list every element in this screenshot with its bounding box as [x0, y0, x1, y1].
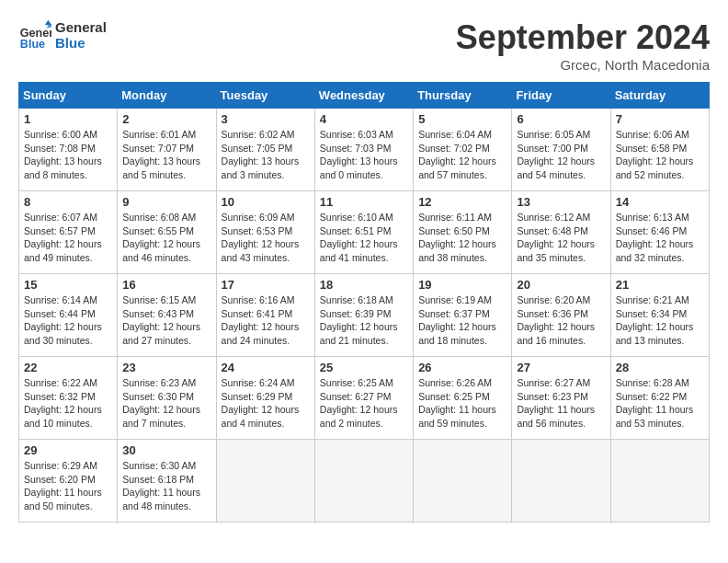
day-info: Sunrise: 6:08 AM Sunset: 6:55 PM Dayligh…: [122, 211, 210, 265]
day-number: 1: [24, 112, 112, 126]
sunrise-label: Sunrise: 6:09 AM: [222, 212, 295, 223]
col-header-monday: Monday: [118, 83, 216, 109]
daylight-label: Daylight: 12 hours and 57 minutes.: [418, 155, 496, 180]
calendar-cell: [216, 440, 314, 523]
sunrise-label: Sunrise: 6:23 AM: [122, 377, 196, 388]
logo-icon: General Blue: [18, 18, 51, 52]
day-info: Sunrise: 6:20 AM Sunset: 6:36 PM Dayligh…: [517, 293, 605, 348]
day-info: Sunrise: 6:05 AM Sunset: 7:00 PM Dayligh…: [517, 128, 605, 182]
daylight-label: Daylight: 12 hours and 27 minutes.: [122, 321, 200, 346]
calendar-cell: 6 Sunrise: 6:05 AM Sunset: 7:00 PM Dayli…: [512, 109, 610, 191]
sunset-label: Sunset: 6:20 PM: [24, 474, 96, 485]
day-info: Sunrise: 6:30 AM Sunset: 6:18 PM Dayligh…: [122, 459, 210, 513]
daylight-label: Daylight: 12 hours and 13 minutes.: [616, 321, 694, 346]
day-number: 17: [222, 278, 310, 292]
daylight-label: Daylight: 12 hours and 7 minutes.: [122, 404, 200, 429]
sunset-label: Sunset: 7:02 PM: [418, 143, 490, 154]
daylight-label: Daylight: 11 hours and 50 minutes.: [24, 487, 102, 511]
sunset-label: Sunset: 6:46 PM: [616, 225, 688, 236]
sunset-label: Sunset: 6:27 PM: [320, 391, 392, 402]
week-row-4: 22 Sunrise: 6:22 AM Sunset: 6:32 PM Dayl…: [19, 357, 710, 440]
sunrise-label: Sunrise: 6:26 AM: [418, 377, 492, 388]
day-info: Sunrise: 6:04 AM Sunset: 7:02 PM Dayligh…: [418, 128, 506, 182]
day-info: Sunrise: 6:25 AM Sunset: 6:27 PM Dayligh…: [320, 376, 408, 431]
daylight-label: Daylight: 12 hours and 46 minutes.: [122, 238, 200, 263]
day-number: 21: [616, 278, 704, 292]
sunset-label: Sunset: 6:48 PM: [517, 225, 588, 236]
sunset-label: Sunset: 6:55 PM: [122, 225, 194, 236]
daylight-label: Daylight: 12 hours and 24 minutes.: [222, 321, 300, 346]
day-number: 18: [320, 278, 408, 292]
sunrise-label: Sunrise: 6:24 AM: [222, 377, 295, 388]
calendar-cell: 10 Sunrise: 6:09 AM Sunset: 6:53 PM Dayl…: [216, 191, 314, 274]
day-number: 10: [222, 195, 310, 209]
week-row-5: 29 Sunrise: 6:29 AM Sunset: 6:20 PM Dayl…: [19, 440, 710, 523]
day-info: Sunrise: 6:00 AM Sunset: 7:08 PM Dayligh…: [24, 128, 112, 182]
col-header-sunday: Sunday: [19, 83, 118, 109]
calendar-cell: 8 Sunrise: 6:07 AM Sunset: 6:57 PM Dayli…: [19, 191, 118, 274]
calendar-cell: 7 Sunrise: 6:06 AM Sunset: 6:58 PM Dayli…: [610, 109, 709, 191]
day-number: 11: [320, 195, 408, 209]
sunset-label: Sunset: 6:25 PM: [418, 391, 490, 402]
calendar-cell: 1 Sunrise: 6:00 AM Sunset: 7:08 PM Dayli…: [19, 109, 118, 191]
calendar-cell: 5 Sunrise: 6:04 AM Sunset: 7:02 PM Dayli…: [414, 109, 512, 191]
sunrise-label: Sunrise: 6:11 AM: [418, 212, 492, 223]
daylight-label: Daylight: 12 hours and 4 minutes.: [222, 404, 300, 429]
logo-blue: Blue: [55, 35, 107, 51]
daylight-label: Daylight: 11 hours and 48 minutes.: [122, 487, 200, 511]
day-number: 7: [616, 112, 704, 126]
daylight-label: Daylight: 12 hours and 49 minutes.: [24, 238, 102, 263]
sunset-label: Sunset: 6:29 PM: [222, 391, 293, 402]
sunrise-label: Sunrise: 6:29 AM: [24, 460, 97, 471]
month-title: September 2024: [456, 18, 710, 57]
day-number: 8: [24, 195, 112, 209]
day-number: 26: [418, 361, 506, 374]
day-info: Sunrise: 6:10 AM Sunset: 6:51 PM Dayligh…: [320, 211, 408, 265]
calendar-cell: 15 Sunrise: 6:14 AM Sunset: 6:44 PM Dayl…: [19, 274, 118, 357]
daylight-label: Daylight: 13 hours and 3 minutes.: [222, 155, 300, 180]
calendar-cell: [314, 440, 413, 523]
calendar-header-row: SundayMondayTuesdayWednesdayThursdayFrid…: [19, 83, 710, 109]
day-info: Sunrise: 6:07 AM Sunset: 6:57 PM Dayligh…: [24, 211, 112, 265]
calendar-cell: 24 Sunrise: 6:24 AM Sunset: 6:29 PM Dayl…: [216, 357, 314, 440]
sunset-label: Sunset: 7:03 PM: [320, 143, 392, 154]
col-header-thursday: Thursday: [414, 83, 512, 109]
calendar-cell: 19 Sunrise: 6:19 AM Sunset: 6:37 PM Dayl…: [414, 274, 512, 357]
day-number: 24: [222, 361, 310, 374]
daylight-label: Daylight: 12 hours and 2 minutes.: [320, 404, 398, 429]
col-header-tuesday: Tuesday: [216, 83, 314, 109]
sunrise-label: Sunrise: 6:22 AM: [24, 377, 97, 388]
day-info: Sunrise: 6:03 AM Sunset: 7:03 PM Dayligh…: [320, 128, 408, 182]
daylight-label: Daylight: 12 hours and 18 minutes.: [418, 321, 496, 346]
daylight-label: Daylight: 12 hours and 10 minutes.: [24, 404, 102, 429]
sunset-label: Sunset: 6:36 PM: [517, 308, 588, 319]
daylight-label: Daylight: 12 hours and 41 minutes.: [320, 238, 398, 263]
calendar-cell: 21 Sunrise: 6:21 AM Sunset: 6:34 PM Dayl…: [610, 274, 709, 357]
day-number: 15: [24, 278, 112, 292]
col-header-wednesday: Wednesday: [314, 83, 413, 109]
calendar-cell: 23 Sunrise: 6:23 AM Sunset: 6:30 PM Dayl…: [118, 357, 216, 440]
sunset-label: Sunset: 6:34 PM: [616, 308, 688, 319]
calendar-cell: 20 Sunrise: 6:20 AM Sunset: 6:36 PM Dayl…: [512, 274, 610, 357]
day-info: Sunrise: 6:13 AM Sunset: 6:46 PM Dayligh…: [616, 211, 704, 265]
sunrise-label: Sunrise: 6:30 AM: [122, 460, 196, 471]
day-info: Sunrise: 6:28 AM Sunset: 6:22 PM Dayligh…: [616, 376, 704, 431]
title-block: September 2024 Grcec, North Macedonia: [456, 18, 710, 73]
day-info: Sunrise: 6:16 AM Sunset: 6:41 PM Dayligh…: [222, 293, 310, 348]
page-header: General Blue General Blue September 2024…: [18, 18, 710, 73]
calendar-cell: 27 Sunrise: 6:27 AM Sunset: 6:23 PM Dayl…: [512, 357, 610, 440]
daylight-label: Daylight: 13 hours and 8 minutes.: [24, 155, 102, 180]
sunrise-label: Sunrise: 6:27 AM: [517, 377, 590, 388]
daylight-label: Daylight: 12 hours and 38 minutes.: [418, 238, 496, 263]
sunrise-label: Sunrise: 6:16 AM: [222, 294, 295, 305]
sunset-label: Sunset: 6:50 PM: [418, 225, 490, 236]
calendar-table: SundayMondayTuesdayWednesdayThursdayFrid…: [18, 82, 710, 523]
day-number: 5: [418, 112, 506, 126]
day-info: Sunrise: 6:14 AM Sunset: 6:44 PM Dayligh…: [24, 293, 112, 348]
week-row-3: 15 Sunrise: 6:14 AM Sunset: 6:44 PM Dayl…: [19, 274, 710, 357]
day-info: Sunrise: 6:27 AM Sunset: 6:23 PM Dayligh…: [517, 376, 605, 431]
sunrise-label: Sunrise: 6:06 AM: [616, 129, 689, 140]
daylight-label: Daylight: 13 hours and 5 minutes.: [122, 155, 200, 180]
calendar-cell: 16 Sunrise: 6:15 AM Sunset: 6:43 PM Dayl…: [118, 274, 216, 357]
day-info: Sunrise: 6:02 AM Sunset: 7:05 PM Dayligh…: [222, 128, 310, 182]
